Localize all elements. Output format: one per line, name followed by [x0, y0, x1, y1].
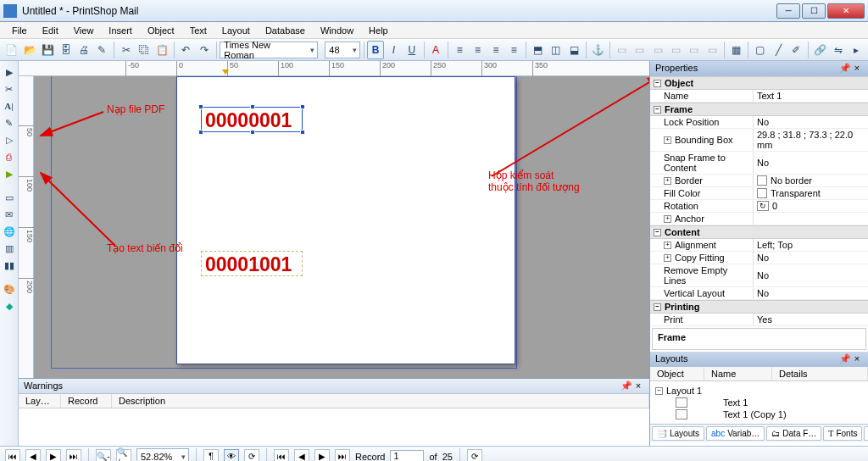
tab-layouts[interactable]: 📑Layouts: [652, 426, 704, 441]
eraser-icon[interactable]: ✎: [94, 41, 110, 59]
crop-tool-icon[interactable]: ✂: [2, 81, 17, 97]
print-icon[interactable]: 🖨: [75, 41, 92, 59]
textframe-2[interactable]: 00001001: [201, 251, 303, 276]
layout-first-icon[interactable]: ⏮: [5, 449, 20, 462]
bold-icon[interactable]: B: [367, 41, 383, 59]
zoom-combo[interactable]: 52.82%: [136, 448, 189, 462]
barcode-tool-icon[interactable]: ▮▮: [2, 258, 17, 273]
layout-next-icon[interactable]: ▶: [46, 449, 61, 462]
menu-help[interactable]: Help: [362, 24, 395, 37]
dist1-icon[interactable]: ▭: [614, 41, 630, 59]
fill-icon[interactable]: ▢: [752, 41, 768, 59]
grid-tool-icon[interactable]: ▥: [2, 241, 17, 256]
dist2-icon[interactable]: ▭: [632, 41, 648, 59]
lay-col-object[interactable]: Object: [650, 367, 704, 380]
pen-icon[interactable]: ✐: [788, 41, 804, 59]
maximize-button[interactable]: ☐: [802, 3, 826, 19]
cut-icon[interactable]: ✂: [118, 41, 134, 59]
minimize-button[interactable]: ─: [776, 3, 800, 19]
menu-insert[interactable]: Insert: [102, 24, 139, 37]
dist6-icon[interactable]: ▭: [704, 41, 721, 59]
layouts-tree[interactable]: −Layout 1 Text 1 Text 1 (Copy 1): [650, 381, 868, 424]
align-center-icon[interactable]: ≡: [470, 41, 486, 59]
db-icon[interactable]: 🗄: [58, 41, 74, 59]
layout-prev-icon[interactable]: ◀: [25, 449, 41, 462]
pdf-tool-icon[interactable]: ⎙: [2, 149, 17, 164]
pin-icon[interactable]: 📌: [839, 63, 851, 74]
menu-database[interactable]: Database: [259, 24, 312, 37]
play2-tool-icon[interactable]: ▶: [2, 166, 17, 181]
rec-prev-icon[interactable]: ◀: [294, 449, 309, 462]
menu-view[interactable]: View: [67, 24, 101, 37]
close-button[interactable]: ✕: [827, 3, 865, 19]
italic-icon[interactable]: I: [386, 41, 402, 59]
pin-icon[interactable]: 📌: [620, 380, 632, 392]
anchor-icon[interactable]: ⚓: [590, 41, 606, 59]
valign-top-icon[interactable]: ⬒: [530, 41, 546, 59]
collapse-icon[interactable]: −: [654, 106, 661, 114]
tab-fonts[interactable]: TFonts: [823, 426, 862, 441]
layout-last-icon[interactable]: ⏭: [66, 449, 81, 462]
lay-col-details[interactable]: Details: [772, 367, 868, 380]
refresh2-icon[interactable]: ⟳: [467, 449, 482, 462]
collapse-icon[interactable]: −: [655, 387, 663, 395]
expand-icon[interactable]: +: [664, 136, 671, 144]
page[interactable]: 00000001 00001001: [176, 76, 515, 364]
pin-icon[interactable]: 📌: [839, 353, 851, 364]
text-tool-icon[interactable]: A|: [2, 98, 17, 114]
menu-text[interactable]: Text: [183, 24, 214, 37]
valign-mid-icon[interactable]: ◫: [548, 41, 564, 59]
expand-icon[interactable]: +: [664, 254, 671, 262]
expand-icon[interactable]: +: [664, 177, 671, 185]
paste-icon[interactable]: 📋: [154, 41, 170, 59]
menu-window[interactable]: Window: [314, 24, 360, 37]
preview-icon[interactable]: 👁: [224, 449, 239, 462]
size-combo[interactable]: 48: [325, 42, 359, 58]
panel-close-icon[interactable]: ×: [851, 353, 863, 364]
expand-icon[interactable]: +: [664, 215, 671, 223]
link-icon[interactable]: 🔗: [812, 41, 828, 59]
save-icon[interactable]: 💾: [40, 41, 56, 59]
expand-icon[interactable]: +: [664, 242, 671, 249]
rec-next-icon[interactable]: ▶: [314, 449, 330, 462]
menu-layout[interactable]: Layout: [215, 24, 257, 37]
collapse-icon[interactable]: −: [654, 303, 661, 311]
break-icon[interactable]: ⇋: [830, 41, 846, 59]
tab-variables[interactable]: abcVariab…: [706, 426, 765, 441]
align-right-icon[interactable]: ≡: [487, 41, 504, 59]
dist5-icon[interactable]: ▭: [686, 41, 702, 59]
tri-tool-icon[interactable]: ▷: [2, 132, 17, 147]
rect-tool-icon[interactable]: ▭: [2, 190, 17, 205]
dist4-icon[interactable]: ▭: [668, 41, 684, 59]
lay-col-name[interactable]: Name: [704, 367, 772, 380]
more-icon[interactable]: ▸: [849, 41, 865, 59]
menu-edit[interactable]: Edit: [36, 24, 65, 37]
menu-file[interactable]: File: [5, 24, 34, 37]
align-left-icon[interactable]: ≡: [452, 41, 468, 59]
redo-icon[interactable]: ↷: [196, 41, 212, 59]
font-color-icon[interactable]: A: [427, 41, 443, 59]
canvas[interactable]: 00000001 00001001 Nạp file PDF T: [34, 76, 649, 378]
align-justify-icon[interactable]: ≡: [506, 41, 522, 59]
zoom-in-icon[interactable]: 🔍+: [116, 449, 131, 462]
warn-col-desc[interactable]: Description: [112, 394, 649, 408]
tab-verification[interactable]: ✔Verific…: [864, 426, 868, 441]
tab-datafields[interactable]: 🗂Data F…: [766, 426, 821, 441]
mail-tool-icon[interactable]: ✉: [2, 207, 17, 222]
rotation-icon[interactable]: ↻: [757, 201, 769, 211]
refresh-icon[interactable]: ⟳: [244, 449, 259, 462]
collapse-icon[interactable]: −: [654, 229, 661, 236]
arrow-tool-icon[interactable]: ▶: [2, 64, 17, 80]
pilcrow-icon[interactable]: ¶: [203, 449, 219, 462]
zoom-out-icon[interactable]: 🔍-: [96, 449, 111, 462]
dist3-icon[interactable]: ▭: [650, 41, 666, 59]
collapse-icon[interactable]: −: [654, 80, 661, 87]
rec-last-icon[interactable]: ⏭: [335, 449, 350, 462]
font-combo[interactable]: Times New Roman: [220, 42, 318, 58]
textframe-1[interactable]: 00000001: [201, 107, 303, 132]
panel-close-icon[interactable]: ×: [632, 380, 644, 392]
warn-col-layout[interactable]: Lay…: [19, 394, 61, 408]
rec-first-icon[interactable]: ⏮: [274, 449, 289, 462]
pen-tool-icon[interactable]: ✎: [2, 115, 17, 131]
copy-icon[interactable]: ⿻: [136, 41, 152, 59]
